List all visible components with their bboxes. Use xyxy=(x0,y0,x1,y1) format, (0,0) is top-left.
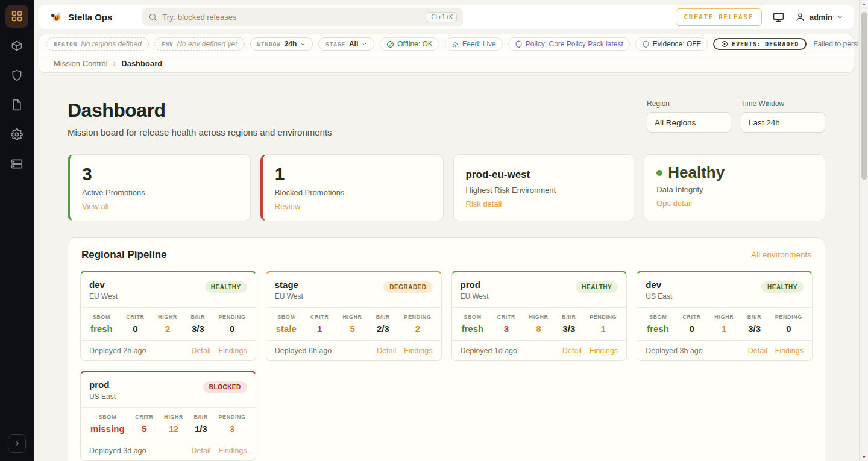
metric-highr: HIGHR5 xyxy=(343,314,362,334)
metric-header: HIGHR xyxy=(714,314,734,320)
server-icon xyxy=(11,158,23,170)
findings-link[interactable]: Findings xyxy=(775,347,804,355)
status-badge: HEALTHY xyxy=(576,281,618,293)
region-filter-select[interactable]: All Regions xyxy=(647,112,731,133)
findings-link[interactable]: Findings xyxy=(219,447,247,455)
feed-status-text: Feed: Live xyxy=(462,40,496,48)
stat-value: 1 xyxy=(275,164,431,185)
findings-link[interactable]: Findings xyxy=(219,347,247,355)
view-all-link[interactable]: View all xyxy=(82,202,109,211)
env-region: US East xyxy=(646,292,672,301)
metric-value: 1 xyxy=(600,324,605,334)
sidebar-collapse-button[interactable] xyxy=(8,434,26,453)
status-badge: BLOCKED xyxy=(203,381,247,393)
events-value: DEGRADED xyxy=(765,41,799,48)
target-icon xyxy=(721,40,728,48)
metric-value: 2 xyxy=(415,324,420,334)
sidebar-item-infrastructure[interactable] xyxy=(5,152,28,175)
metric-header: PENDING xyxy=(219,414,246,420)
offline-status-text: Offline: OK xyxy=(397,40,432,48)
env-card-dev-us-east: dev US East HEALTHY SBOMfresh CRITR0 HIG… xyxy=(637,271,813,361)
search-bar[interactable]: Ctrl+K xyxy=(142,8,463,26)
vertical-scrollbar[interactable]: ▲ ▼ xyxy=(859,0,868,461)
breadcrumb: Mission Control Dashboard xyxy=(39,54,854,72)
keyboard-shortcut-badge: Ctrl+K xyxy=(427,12,457,22)
scroll-up-arrow-icon[interactable]: ▲ xyxy=(860,2,868,6)
ops-detail-link[interactable]: Ops detail xyxy=(656,199,692,208)
metric-header: PENDING xyxy=(404,314,431,320)
create-release-button[interactable]: CREATE RELEASE xyxy=(676,8,762,26)
scrollbar-thumb[interactable] xyxy=(861,12,867,180)
metric-header: CRITR xyxy=(497,314,516,320)
window-dropdown[interactable]: WINDOW 24h xyxy=(250,37,313,51)
monitor-icon[interactable] xyxy=(773,11,784,23)
sidebar-item-security[interactable] xyxy=(5,64,28,87)
deployed-label: Deployed 1d ago xyxy=(461,347,518,355)
stat-value: Healthy xyxy=(668,164,725,182)
gear-icon xyxy=(11,128,23,140)
document-icon xyxy=(11,99,23,111)
metric-value: 0 xyxy=(133,324,137,334)
stage-dropdown[interactable]: STAGE All xyxy=(318,37,374,51)
scroll-down-arrow-icon[interactable]: ▼ xyxy=(860,455,868,459)
policy-status-text: Policy: Core Policy Pack latest xyxy=(526,40,623,48)
metric-value: fresh xyxy=(462,324,484,334)
environment-grid: dev EU West HEALTHY SBOMfresh CRITR0 HIG… xyxy=(80,271,813,461)
policy-status-pill: Policy: Core Policy Pack latest xyxy=(508,37,630,51)
deployed-label: Deployed 3h ago xyxy=(646,347,703,355)
search-input[interactable] xyxy=(162,13,422,22)
stat-card-data-integrity: Healthy Data Integrity Ops detail xyxy=(644,154,825,221)
metric-pending: PENDING2 xyxy=(404,314,431,334)
time-window-filter: Time Window Last 24h xyxy=(741,99,825,133)
metric-header: CRITR xyxy=(682,314,701,320)
metric-header: HIGHR xyxy=(158,314,177,320)
detail-link[interactable]: Detail xyxy=(377,347,396,355)
metric-value: 3/3 xyxy=(562,324,575,334)
stat-label: Highest Risk Environment xyxy=(466,186,622,195)
findings-link[interactable]: Findings xyxy=(590,347,618,355)
metric-header: HIGHR xyxy=(164,414,183,420)
metric-header: CRITR xyxy=(310,314,329,320)
metric-value: 3/3 xyxy=(748,324,761,334)
metric-header: SBOM xyxy=(93,314,110,320)
time-window-filter-label: Time Window xyxy=(741,99,825,108)
brand-name: Stella Ops xyxy=(68,12,112,22)
window-dropdown-label: WINDOW xyxy=(257,41,281,48)
time-window-filter-select[interactable]: Last 24h xyxy=(741,112,825,133)
metric-critr: CRITR0 xyxy=(126,314,145,334)
metric-value: 1 xyxy=(317,324,322,334)
metric-header: SBOM xyxy=(277,314,295,320)
region-chip-label: REGION xyxy=(54,41,77,48)
sidebar-item-settings[interactable] xyxy=(5,123,28,146)
region-chip[interactable]: REGION No regions defined xyxy=(46,37,149,51)
sidebar-item-dashboard[interactable] xyxy=(5,5,28,28)
metric-value: fresh xyxy=(90,324,113,334)
evidence-status-text: Evidence: OFF xyxy=(653,40,701,48)
detail-link[interactable]: Detail xyxy=(562,347,582,355)
metric-critr: CRITR3 xyxy=(497,314,516,334)
env-card-prod-us-east: prod US East BLOCKED SBOMmissing CRITR5 … xyxy=(80,371,256,461)
findings-link[interactable]: Findings xyxy=(404,347,432,355)
sidebar-item-releases[interactable] xyxy=(5,34,28,57)
brand: Stella Ops xyxy=(49,10,112,24)
metric-header: SBOM xyxy=(99,414,116,420)
metric-highr: HIGHR1 xyxy=(714,314,734,334)
region-filter: Region All Regions xyxy=(647,99,731,133)
detail-link[interactable]: Detail xyxy=(192,347,211,355)
env-card-prod-eu-west: prod EU West HEALTHY SBOMfresh CRITR3 HI… xyxy=(451,271,627,361)
user-menu[interactable]: admin xyxy=(795,12,843,22)
detail-link[interactable]: Detail xyxy=(192,447,211,455)
env-chip[interactable]: ENV No env defined yet xyxy=(154,37,245,51)
metric-header: PENDING xyxy=(219,314,246,320)
breadcrumb-parent[interactable]: Mission Control xyxy=(54,59,108,68)
env-name: dev xyxy=(646,280,672,290)
metric-value: 0 xyxy=(689,324,694,334)
all-environments-link[interactable]: All environments xyxy=(751,250,811,259)
detail-link[interactable]: Detail xyxy=(748,347,767,355)
review-link[interactable]: Review xyxy=(275,202,301,211)
risk-detail-link[interactable]: Risk detail xyxy=(466,199,502,209)
sidebar-item-documents[interactable] xyxy=(5,93,28,116)
metric-header: CRITR xyxy=(126,314,145,320)
stat-label: Data Integrity xyxy=(656,185,813,194)
rss-icon xyxy=(451,40,459,48)
